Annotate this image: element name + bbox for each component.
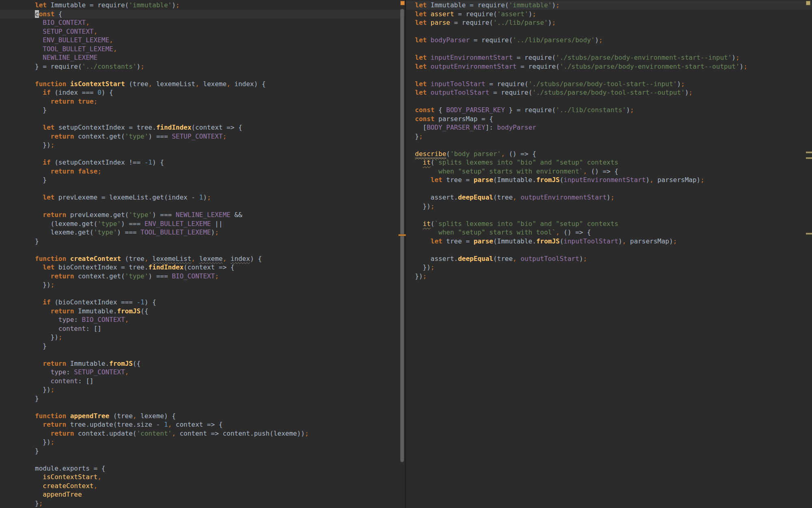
code-line[interactable]: let outputToolStart = require('./stubs/p… xyxy=(406,88,812,97)
code-line[interactable]: return context.update('content', content… xyxy=(0,429,405,438)
code-line[interactable]: }); xyxy=(0,385,405,394)
code-line[interactable] xyxy=(406,71,812,80)
code-line[interactable]: } xyxy=(0,447,405,456)
pane-splitter[interactable] xyxy=(405,0,406,508)
code-line[interactable]: return true; xyxy=(0,97,405,106)
code-line[interactable]: let tree = parse(Immutable.fromJS(inputE… xyxy=(406,176,812,185)
code-line[interactable] xyxy=(406,185,812,193)
code-line-current[interactable]: const { xyxy=(0,10,405,19)
code-line[interactable] xyxy=(0,71,405,80)
code-line[interactable] xyxy=(406,141,812,150)
code-line[interactable]: let tree = parse(Immutable.fromJS(inputT… xyxy=(406,237,812,246)
code-line[interactable]: if (setupContextIndex !== -1) { xyxy=(0,158,405,167)
code-line[interactable]: let setupContextIndex = tree.findIndex(c… xyxy=(0,123,405,132)
left-warning-stripe-marker[interactable] xyxy=(398,234,406,236)
code-line[interactable]: }); xyxy=(0,333,405,342)
code-line[interactable]: let Immutable = require('immutable'); xyxy=(0,1,405,10)
code-line[interactable]: }); xyxy=(0,280,405,289)
code-line[interactable]: type: BIO_CONTEXT, xyxy=(0,315,405,324)
code-line[interactable]: when "setup" starts with tool`, () => { xyxy=(406,228,812,237)
code-line[interactable]: }); xyxy=(406,272,812,281)
code-line[interactable] xyxy=(406,45,812,54)
right-warning-stripe-marker[interactable] xyxy=(806,152,812,153)
code-line[interactable]: return false; xyxy=(0,167,405,176)
code-line[interactable] xyxy=(0,289,405,298)
code-line[interactable]: } xyxy=(0,176,405,185)
code-line[interactable]: assert.deepEqual(tree, outputToolStart); xyxy=(406,254,812,263)
code-line[interactable]: if (bioContextIndex === -1) { xyxy=(0,298,405,307)
code-line[interactable]: } xyxy=(0,394,405,403)
code-line[interactable]: return Immutable.fromJS({ xyxy=(0,307,405,316)
code-line[interactable]: TOOL_BULLET_LEXEME, xyxy=(0,45,405,54)
code-line[interactable]: it(`splits lexemes into "bio" and "setup… xyxy=(406,158,812,167)
code-line[interactable] xyxy=(0,350,405,359)
code-line[interactable]: return prevLexeme.get('type') === NEWLIN… xyxy=(0,211,405,219)
code-line[interactable]: const { BODY_PARSER_KEY } = require('../… xyxy=(406,106,812,115)
code-line[interactable]: return Immutable.fromJS({ xyxy=(0,359,405,368)
code-line[interactable]: } = require('../constants'); xyxy=(0,62,405,71)
right-warning-stripe-marker[interactable] xyxy=(806,157,812,159)
code-line[interactable]: let inputToolStart = require('./stubs/pa… xyxy=(406,80,812,89)
code-line[interactable]: content: [] xyxy=(0,377,405,386)
code-line[interactable]: assert.deepEqual(tree, outputEnvironment… xyxy=(406,193,812,202)
code-line[interactable] xyxy=(0,455,405,464)
code-line[interactable]: createContext, xyxy=(0,482,405,491)
code-line[interactable]: content: [] xyxy=(0,324,405,333)
code-line[interactable]: let bioContextIndex = tree.findIndex(con… xyxy=(0,263,405,272)
code-token: BIO_CONTEXT xyxy=(82,316,125,323)
code-line[interactable]: describe('body parser', () => { xyxy=(406,150,812,158)
code-line[interactable]: [BODY_PARSER_KEY]: bodyParser xyxy=(406,123,812,132)
code-line[interactable]: }); xyxy=(0,141,405,150)
code-line[interactable] xyxy=(0,245,405,254)
left-inspection-status-icon[interactable] xyxy=(400,1,405,5)
code-line[interactable]: }); xyxy=(406,263,812,272)
code-line[interactable]: } xyxy=(0,106,405,115)
code-line[interactable]: (lexeme.get('type') === ENV_BULLET_LEXEM… xyxy=(0,219,405,228)
left-editor-pane[interactable]: let Immutable = require('immutable');con… xyxy=(0,1,405,508)
code-line[interactable]: return context.get('type') === BIO_CONTE… xyxy=(0,272,405,281)
code-line[interactable]: let assert = require('assert'); xyxy=(406,10,812,19)
code-line[interactable]: type: SETUP_CONTEXT, xyxy=(0,368,405,377)
code-line[interactable]: lexeme.get('type') === TOOL_BULLET_LEXEM… xyxy=(0,228,405,237)
code-line[interactable]: } xyxy=(0,342,405,351)
code-line[interactable]: }; xyxy=(406,132,812,141)
code-line[interactable] xyxy=(406,245,812,254)
code-line[interactable]: let parse = require('../lib/parse'); xyxy=(406,18,812,27)
code-line[interactable] xyxy=(0,150,405,158)
code-line[interactable]: function createContext (tree, lexemeList… xyxy=(0,254,405,263)
code-line[interactable]: }); xyxy=(406,202,812,211)
code-line[interactable]: }; xyxy=(0,499,405,508)
code-line[interactable]: function appendTree (tree, lexeme) { xyxy=(0,412,405,421)
code-line[interactable]: const parsersMap = { xyxy=(406,115,812,124)
code-line[interactable]: isContextStart, xyxy=(0,473,405,482)
code-line[interactable] xyxy=(406,27,812,36)
code-line[interactable]: SETUP_CONTEXT, xyxy=(0,27,405,36)
right-editor-pane[interactable]: let Immutable = require('immutable');let… xyxy=(406,1,812,280)
code-line[interactable] xyxy=(406,211,812,219)
code-line[interactable]: appendTree xyxy=(0,490,405,499)
code-line[interactable]: }); xyxy=(0,438,405,447)
code-line[interactable]: let inputEnvironmentStart = require('./s… xyxy=(406,53,812,62)
code-line[interactable]: return context.get('type') === SETUP_CON… xyxy=(0,132,405,141)
code-line[interactable]: } xyxy=(0,237,405,246)
right-inspection-status-icon[interactable] xyxy=(806,1,810,5)
code-line[interactable] xyxy=(0,202,405,211)
code-line[interactable]: BIO_CONTEXT, xyxy=(0,18,405,27)
code-line[interactable]: function isContextStart (tree, lexemeLis… xyxy=(0,80,405,89)
code-line[interactable]: return tree.update(tree.size - 1, contex… xyxy=(0,420,405,429)
code-line[interactable] xyxy=(0,115,405,124)
code-line[interactable]: NEWLINE_LEXEME xyxy=(0,53,405,62)
code-line[interactable]: if (index === 0) { xyxy=(0,88,405,97)
code-line[interactable]: it(`splits lexemes into "bio" and "setup… xyxy=(406,219,812,228)
code-line[interactable]: ENV_BULLET_LEXEME, xyxy=(0,36,405,45)
right-warning-stripe-marker[interactable] xyxy=(806,233,812,234)
code-line[interactable] xyxy=(0,403,405,412)
code-line[interactable]: module.exports = { xyxy=(0,464,405,473)
code-line[interactable]: let outputEnvironmentStart = require('./… xyxy=(406,62,812,71)
code-line[interactable] xyxy=(0,185,405,193)
code-line-current[interactable]: let Immutable = require('immutable'); xyxy=(406,1,812,10)
code-line[interactable]: let bodyParser = require('../lib/parsers… xyxy=(406,36,812,45)
code-line[interactable]: let prevLexeme = lexemeList.get(index - … xyxy=(0,193,405,202)
code-line[interactable]: when "setup" starts with environment`, (… xyxy=(406,167,812,176)
code-line[interactable] xyxy=(406,97,812,106)
